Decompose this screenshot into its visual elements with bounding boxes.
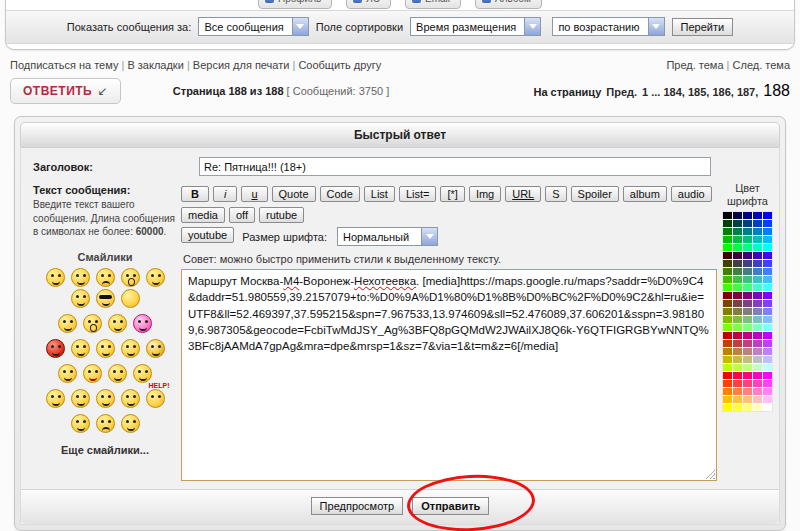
palette-color-swatch[interactable]: [763, 268, 772, 275]
palette-color-swatch[interactable]: [723, 308, 732, 315]
palette-color-swatch[interactable]: [753, 324, 762, 331]
palette-color-swatch[interactable]: [733, 300, 742, 307]
palette-color-swatch[interactable]: [733, 396, 742, 403]
smile-smiley-icon[interactable]: [71, 339, 90, 358]
bbcode-button[interactable]: Code: [320, 186, 360, 202]
grin-smiley-icon[interactable]: [46, 268, 65, 287]
palette-color-swatch[interactable]: [723, 324, 732, 331]
topic-action-link[interactable]: В закладки: [118, 59, 183, 71]
palette-color-swatch[interactable]: [723, 300, 732, 307]
smile-smiley-icon[interactable]: [58, 314, 77, 333]
shy-smiley-icon[interactable]: [96, 339, 115, 358]
palette-color-swatch[interactable]: [723, 276, 732, 283]
palette-color-swatch[interactable]: [733, 268, 742, 275]
sort-field-select[interactable]: Время размещения: [410, 17, 541, 36]
palette-color-swatch[interactable]: [723, 292, 732, 299]
gold-smiley-icon[interactable]: [146, 339, 165, 358]
palette-color-swatch[interactable]: [753, 388, 762, 395]
reply-button[interactable]: ОТВЕТИТЬ↙: [10, 78, 121, 104]
palette-color-swatch[interactable]: [733, 340, 742, 347]
topic-action-link[interactable]: Подписаться на тему: [10, 59, 118, 71]
palette-color-swatch[interactable]: [723, 220, 732, 227]
page-number-link[interactable]: ...: [651, 86, 663, 98]
tongue-smiley-icon[interactable]: [71, 414, 90, 433]
topic-nav-link[interactable]: Пред. тема: [666, 59, 723, 71]
palette-color-swatch[interactable]: [723, 388, 732, 395]
palette-color-swatch[interactable]: [763, 356, 772, 363]
palette-color-swatch[interactable]: [723, 260, 732, 267]
palette-color-swatch[interactable]: [723, 348, 732, 355]
palette-color-swatch[interactable]: [763, 228, 772, 235]
font-size-select[interactable]: Нормальный: [337, 227, 438, 246]
palette-color-swatch[interactable]: [763, 372, 772, 379]
go-button[interactable]: Перейти: [672, 18, 734, 36]
palette-color-swatch[interactable]: [723, 372, 732, 379]
palette-color-swatch[interactable]: [733, 260, 742, 267]
palette-color-swatch[interactable]: [753, 284, 762, 291]
palette-color-swatch[interactable]: [733, 228, 742, 235]
palette-color-swatch[interactable]: [763, 236, 772, 243]
bbcode-button[interactable]: rutube: [259, 207, 304, 223]
palette-color-swatch[interactable]: [743, 244, 752, 251]
palette-color-swatch[interactable]: [763, 252, 772, 259]
topic-action-link[interactable]: Сообщить другу: [289, 59, 381, 71]
thumbs-smiley-icon[interactable]: [71, 389, 90, 408]
toast-smiley-icon[interactable]: [121, 389, 140, 408]
palette-color-swatch[interactable]: [753, 228, 762, 235]
bbcode-button[interactable]: List: [364, 186, 395, 202]
topbar-button[interactable]: Email: [405, 0, 461, 9]
palette-color-swatch[interactable]: [763, 260, 772, 267]
palette-color-swatch[interactable]: [753, 300, 762, 307]
palette-color-swatch[interactable]: [763, 300, 772, 307]
shock-smiley-icon[interactable]: [83, 314, 102, 333]
palette-color-swatch[interactable]: [723, 396, 732, 403]
palette-color-swatch[interactable]: [733, 276, 742, 283]
palette-color-swatch[interactable]: [743, 228, 752, 235]
bbcode-button[interactable]: Spoiler: [571, 186, 619, 202]
smirk-smiley-icon[interactable]: [71, 289, 90, 308]
palette-color-swatch[interactable]: [733, 244, 742, 251]
palette-color-swatch[interactable]: [733, 212, 742, 219]
shock-smiley-icon[interactable]: [121, 268, 140, 287]
page-number-link[interactable]: 186,: [712, 86, 736, 98]
palette-color-swatch[interactable]: [743, 348, 752, 355]
palette-color-swatch[interactable]: [753, 348, 762, 355]
chick-smiley-icon[interactable]: [46, 389, 65, 408]
palette-color-swatch[interactable]: [763, 244, 772, 251]
palette-color-swatch[interactable]: [743, 340, 752, 347]
palette-color-swatch[interactable]: [743, 372, 752, 379]
topbar-button[interactable]: ЛС: [346, 0, 391, 9]
rose-smiley-icon[interactable]: [83, 364, 102, 383]
palette-color-swatch[interactable]: [763, 276, 772, 283]
palette-color-swatch[interactable]: [753, 260, 762, 267]
bbcode-button[interactable]: Quote: [272, 186, 316, 202]
palette-color-swatch[interactable]: [753, 220, 762, 227]
palette-color-swatch[interactable]: [723, 252, 732, 259]
laugh-smiley-icon[interactable]: [108, 314, 127, 333]
palette-color-swatch[interactable]: [743, 236, 752, 243]
palette-color-swatch[interactable]: [743, 396, 752, 403]
palette-color-swatch[interactable]: [753, 308, 762, 315]
palette-color-swatch[interactable]: [763, 308, 772, 315]
palette-color-swatch[interactable]: [763, 332, 772, 339]
palette-color-swatch[interactable]: [743, 316, 752, 323]
cool-smiley-icon[interactable]: [96, 289, 115, 308]
bbcode-button[interactable]: List=: [399, 186, 437, 202]
palette-color-swatch[interactable]: [733, 324, 742, 331]
palette-color-swatch[interactable]: [723, 284, 732, 291]
bbcode-button[interactable]: S: [545, 186, 566, 202]
palette-color-swatch[interactable]: [763, 316, 772, 323]
palette-color-swatch[interactable]: [723, 316, 732, 323]
smoke-smiley-icon[interactable]: [58, 364, 77, 383]
pink-smiley-icon[interactable]: [133, 314, 152, 333]
palette-color-swatch[interactable]: [723, 212, 732, 219]
message-textarea[interactable]: Маршрут Москва-М4-Воронеж-Нехотеевка. [m…: [181, 269, 717, 481]
more-smilies-link[interactable]: Еще смайлики...: [33, 444, 177, 456]
palette-color-swatch[interactable]: [743, 252, 752, 259]
palette-color-swatch[interactable]: [753, 276, 762, 283]
preview-button[interactable]: Предпросмотр: [311, 497, 404, 515]
topbar-button[interactable]: Профиль: [258, 0, 332, 9]
palette-color-swatch[interactable]: [763, 396, 772, 403]
palette-color-swatch[interactable]: [743, 380, 752, 387]
smile-smiley-icon[interactable]: [71, 268, 90, 287]
